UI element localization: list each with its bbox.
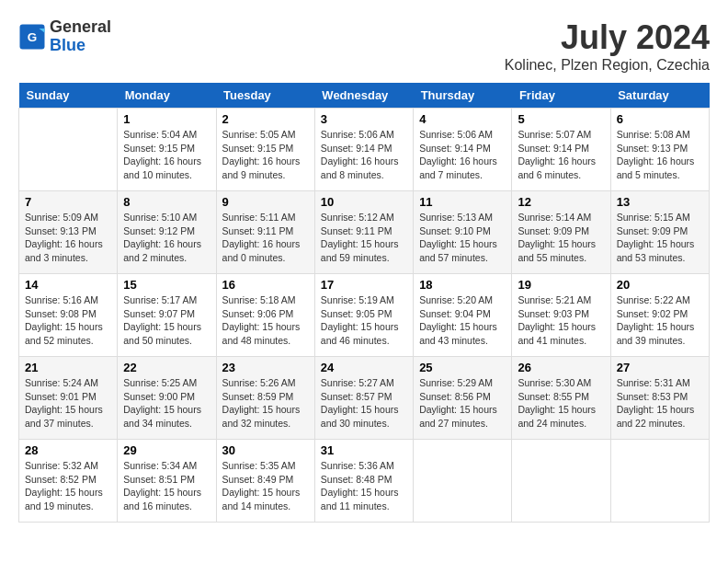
calendar-week-row: 7Sunrise: 5:09 AMSunset: 9:13 PMDaylight… [19, 191, 710, 274]
day-info: Sunrise: 5:34 AMSunset: 8:51 PMDaylight:… [123, 459, 210, 513]
title-block: July 2024 Kolinec, Plzen Region, Czechia [505, 18, 710, 74]
calendar-day-cell: 23Sunrise: 5:26 AMSunset: 8:59 PMDayligh… [216, 357, 314, 440]
day-info: Sunrise: 5:19 AMSunset: 9:05 PMDaylight:… [321, 293, 407, 348]
calendar-week-row: 14Sunrise: 5:16 AMSunset: 9:08 PMDayligh… [19, 274, 710, 357]
day-info: Sunrise: 5:29 AMSunset: 8:56 PMDaylight:… [419, 376, 506, 431]
calendar-day-cell: 14Sunrise: 5:16 AMSunset: 9:08 PMDayligh… [19, 274, 118, 357]
calendar-day-cell: 17Sunrise: 5:19 AMSunset: 9:05 PMDayligh… [314, 274, 413, 357]
svg-text:G: G [28, 29, 38, 43]
calendar-header-row: SundayMondayTuesdayWednesdayThursdayFrid… [19, 83, 710, 109]
day-of-week-header: Friday [512, 83, 610, 109]
day-info: Sunrise: 5:04 AMSunset: 9:15 PMDaylight:… [123, 128, 210, 182]
day-info: Sunrise: 5:35 AMSunset: 8:49 PMDaylight:… [222, 459, 309, 513]
logo-text: General Blue [50, 18, 111, 55]
calendar-day-cell: 26Sunrise: 5:30 AMSunset: 8:55 PMDayligh… [512, 357, 610, 440]
day-number: 31 [321, 443, 407, 457]
calendar-day-cell: 7Sunrise: 5:09 AMSunset: 9:13 PMDaylight… [19, 191, 118, 274]
day-number: 1 [123, 112, 210, 126]
day-number: 11 [419, 195, 506, 209]
day-number: 22 [123, 361, 210, 374]
day-number: 27 [617, 361, 703, 374]
day-info: Sunrise: 5:12 AMSunset: 9:11 PMDaylight:… [321, 211, 407, 265]
location-subtitle: Kolinec, Plzen Region, Czechia [505, 57, 710, 74]
day-number: 4 [419, 112, 506, 126]
calendar-day-cell: 19Sunrise: 5:21 AMSunset: 9:03 PMDayligh… [512, 274, 610, 357]
day-info: Sunrise: 5:15 AMSunset: 9:09 PMDaylight:… [617, 211, 703, 265]
day-info: Sunrise: 5:20 AMSunset: 9:04 PMDaylight:… [419, 293, 506, 348]
day-of-week-header: Wednesday [314, 83, 413, 109]
day-number: 26 [518, 361, 604, 374]
day-info: Sunrise: 5:24 AMSunset: 9:01 PMDaylight:… [25, 376, 111, 431]
calendar-day-cell [19, 109, 118, 191]
day-number: 14 [25, 278, 111, 292]
day-number: 9 [222, 195, 309, 209]
day-info: Sunrise: 5:13 AMSunset: 9:10 PMDaylight:… [419, 211, 506, 265]
day-number: 25 [419, 361, 506, 374]
calendar-day-cell: 18Sunrise: 5:20 AMSunset: 9:04 PMDayligh… [414, 274, 512, 357]
logo-general: General [50, 18, 111, 37]
calendar-day-cell: 8Sunrise: 5:10 AMSunset: 9:12 PMDaylight… [118, 191, 216, 274]
calendar-day-cell: 2Sunrise: 5:05 AMSunset: 9:15 PMDaylight… [216, 109, 314, 191]
calendar-day-cell: 15Sunrise: 5:17 AMSunset: 9:07 PMDayligh… [118, 274, 216, 357]
calendar-table: SundayMondayTuesdayWednesdayThursdayFrid… [18, 83, 710, 523]
calendar-day-cell: 25Sunrise: 5:29 AMSunset: 8:56 PMDayligh… [414, 357, 512, 440]
day-info: Sunrise: 5:09 AMSunset: 9:13 PMDaylight:… [25, 211, 111, 265]
day-number: 19 [518, 278, 604, 292]
day-number: 5 [518, 112, 604, 126]
day-number: 7 [25, 195, 111, 209]
calendar-day-cell: 30Sunrise: 5:35 AMSunset: 8:49 PMDayligh… [216, 440, 314, 523]
day-info: Sunrise: 5:25 AMSunset: 9:00 PMDaylight:… [123, 376, 210, 431]
day-number: 15 [123, 278, 210, 292]
logo: G General Blue [18, 18, 111, 55]
day-number: 30 [222, 443, 309, 457]
calendar-day-cell: 29Sunrise: 5:34 AMSunset: 8:51 PMDayligh… [118, 440, 216, 523]
day-info: Sunrise: 5:11 AMSunset: 9:11 PMDaylight:… [222, 211, 309, 265]
day-info: Sunrise: 5:08 AMSunset: 9:13 PMDaylight:… [617, 128, 703, 182]
calendar-day-cell [610, 440, 709, 523]
day-number: 6 [617, 112, 703, 126]
day-number: 13 [617, 195, 703, 209]
day-number: 10 [321, 195, 407, 209]
day-of-week-header: Thursday [414, 83, 512, 109]
month-title: July 2024 [505, 18, 710, 57]
calendar-day-cell: 27Sunrise: 5:31 AMSunset: 8:53 PMDayligh… [610, 357, 709, 440]
calendar-day-cell: 6Sunrise: 5:08 AMSunset: 9:13 PMDaylight… [610, 109, 709, 191]
day-number: 2 [222, 112, 309, 126]
day-number: 16 [222, 278, 309, 292]
day-number: 23 [222, 361, 309, 374]
day-of-week-header: Tuesday [216, 83, 314, 109]
calendar-day-cell: 22Sunrise: 5:25 AMSunset: 9:00 PMDayligh… [118, 357, 216, 440]
calendar-day-cell [512, 440, 610, 523]
calendar-week-row: 28Sunrise: 5:32 AMSunset: 8:52 PMDayligh… [19, 440, 710, 523]
day-info: Sunrise: 5:18 AMSunset: 9:06 PMDaylight:… [222, 293, 309, 348]
day-info: Sunrise: 5:14 AMSunset: 9:09 PMDaylight:… [518, 211, 604, 265]
calendar-day-cell: 31Sunrise: 5:36 AMSunset: 8:48 PMDayligh… [314, 440, 413, 523]
day-number: 12 [518, 195, 604, 209]
day-info: Sunrise: 5:22 AMSunset: 9:02 PMDaylight:… [617, 293, 703, 348]
day-of-week-header: Monday [118, 83, 216, 109]
day-info: Sunrise: 5:05 AMSunset: 9:15 PMDaylight:… [222, 128, 309, 182]
day-info: Sunrise: 5:06 AMSunset: 9:14 PMDaylight:… [419, 128, 506, 182]
day-number: 18 [419, 278, 506, 292]
page-header: G General Blue July 2024 Kolinec, Plzen … [18, 18, 710, 74]
calendar-week-row: 21Sunrise: 5:24 AMSunset: 9:01 PMDayligh… [19, 357, 710, 440]
calendar-day-cell [414, 440, 512, 523]
day-number: 17 [321, 278, 407, 292]
calendar-day-cell: 10Sunrise: 5:12 AMSunset: 9:11 PMDayligh… [314, 191, 413, 274]
day-info: Sunrise: 5:27 AMSunset: 8:57 PMDaylight:… [321, 376, 407, 431]
day-info: Sunrise: 5:10 AMSunset: 9:12 PMDaylight:… [123, 211, 210, 265]
logo-blue: Blue [50, 37, 111, 55]
day-of-week-header: Saturday [610, 83, 709, 109]
day-info: Sunrise: 5:06 AMSunset: 9:14 PMDaylight:… [321, 128, 407, 182]
calendar-day-cell: 28Sunrise: 5:32 AMSunset: 8:52 PMDayligh… [19, 440, 118, 523]
calendar-day-cell: 4Sunrise: 5:06 AMSunset: 9:14 PMDaylight… [414, 109, 512, 191]
calendar-day-cell: 13Sunrise: 5:15 AMSunset: 9:09 PMDayligh… [610, 191, 709, 274]
day-number: 3 [321, 112, 407, 126]
day-info: Sunrise: 5:31 AMSunset: 8:53 PMDaylight:… [617, 376, 703, 431]
day-number: 20 [617, 278, 703, 292]
day-number: 29 [123, 443, 210, 457]
day-info: Sunrise: 5:36 AMSunset: 8:48 PMDaylight:… [321, 459, 407, 513]
day-number: 24 [321, 361, 407, 374]
calendar-day-cell: 9Sunrise: 5:11 AMSunset: 9:11 PMDaylight… [216, 191, 314, 274]
calendar-day-cell: 20Sunrise: 5:22 AMSunset: 9:02 PMDayligh… [610, 274, 709, 357]
